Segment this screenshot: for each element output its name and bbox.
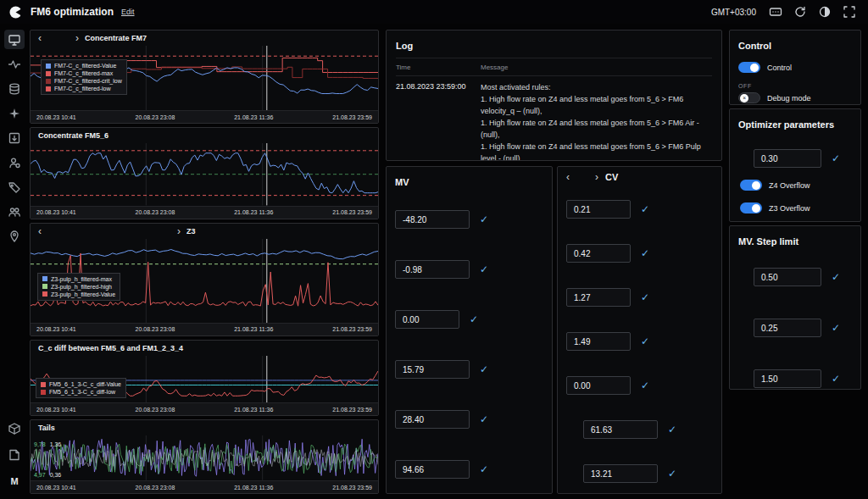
z4-overflow-toggle[interactable] [740, 180, 762, 191]
legend-item[interactable]: FM5_6_1_3-C_c_diff-low [41, 389, 121, 395]
topbar: FM6 optimization Edit GMT+03:00 [0, 0, 868, 24]
legend-item[interactable]: FM7-C_c_filtered-low [46, 86, 122, 91]
optimizer-parameters-panel: Optimizer parameters 0.30✓ Z4 Overflow Z… [729, 108, 861, 222]
apply-check-button[interactable]: ✓ [480, 463, 488, 475]
step-limit-field-row: 0.50✓ [754, 258, 852, 286]
legend-item[interactable]: FM7-C_c_filtered-max [46, 70, 122, 76]
database-icon[interactable] [4, 79, 25, 98]
x-axis: 20.08.23 10:4120.08.23 23:0821.08.23 11:… [31, 206, 378, 219]
cv-value-input[interactable]: 0.00 [566, 376, 631, 395]
step-limit-input[interactable]: 1.50 [754, 369, 821, 388]
apply-check-button[interactable]: ✓ [470, 313, 478, 325]
user-initial-badge[interactable]: M [4, 471, 25, 491]
cv-field-row: 13.21✓ [583, 455, 713, 483]
apply-check-button[interactable]: ✓ [668, 424, 676, 435]
cv-value-input[interactable]: 13.21 [583, 464, 658, 483]
chart-canvas[interactable]: FM7-C_c_filtered-Value FM7-C_c_filtered-… [31, 46, 378, 110]
apply-check-button[interactable]: ✓ [641, 380, 649, 391]
z3-overflow-toggle[interactable] [740, 202, 762, 213]
y-axis-labels-bottom: 4,97 0,36 [34, 472, 61, 478]
legend-swatch [46, 86, 51, 91]
main-content: ‹ › Concentrate FM7 FM7-C_c_filtered-Val… [30, 30, 861, 494]
chart-next-button[interactable]: › [72, 33, 82, 43]
control-title: Control [738, 41, 771, 51]
mv-value-input[interactable]: 94.66 [395, 460, 470, 479]
chart-header: C_c diff between FM5_6 and FM1_2_3_4 [31, 341, 378, 356]
control-toggle[interactable] [738, 62, 760, 73]
cv-field-row: 0.00✓ [566, 367, 713, 395]
sparkle-icon[interactable] [4, 103, 25, 123]
docs-icon[interactable] [4, 445, 25, 464]
chart-prev-button[interactable]: ‹ [35, 226, 45, 236]
activity-icon[interactable] [4, 54, 25, 74]
step-limit-input[interactable]: 0.25 [754, 319, 821, 337]
step-limit-input[interactable]: 0.50 [754, 268, 821, 286]
chart-prev-button[interactable]: ‹ [35, 33, 45, 43]
cv-prev-button[interactable]: ‹ [563, 172, 573, 182]
apply-check-button[interactable]: ✓ [480, 263, 488, 275]
chart-canvas[interactable]: 9,78 1,36 4,97 0,36 [31, 435, 378, 480]
step-limit-title: MV. Step limit [738, 236, 798, 247]
apply-check-button[interactable]: ✓ [832, 152, 840, 164]
legend-item[interactable]: FM7-C_c_filtered-Value [46, 63, 122, 69]
z4-overflow-row: Z4 Overflow [740, 180, 852, 191]
page-title: FM6 optimization [31, 6, 114, 18]
apply-check-button[interactable]: ✓ [480, 213, 488, 225]
debug-toggle-row: × Debug mode [738, 92, 852, 103]
apply-check-button[interactable]: ✓ [480, 413, 488, 425]
x-axis: 20.08.23 10:4120.08.23 23:0821.08.23 11:… [31, 402, 378, 415]
apply-check-button[interactable]: ✓ [832, 322, 840, 334]
cv-field-row: 1.27✓ [566, 279, 713, 307]
log-panel[interactable]: Log Time Message 21.08.2023 23:59:00 Mos… [386, 30, 722, 161]
legend-item[interactable]: Z3-pulp_h_filtered-high [42, 284, 115, 290]
apply-check-button[interactable]: ✓ [641, 291, 649, 303]
chart-legend: Z3-pulp_h_filtered-max Z3-pulp_h_filtere… [37, 273, 120, 301]
apply-check-button[interactable]: ✓ [641, 247, 649, 259]
cv-value-input[interactable]: 61.63 [583, 420, 658, 439]
mv-value-input[interactable]: 0.00 [395, 310, 459, 329]
chart-canvas[interactable] [31, 143, 378, 205]
apply-check-button[interactable]: ✓ [641, 335, 649, 347]
chart-canvas[interactable]: FM5_6_1_3-C_c_diff-Value FM5_6_1_3-C_c_d… [31, 356, 378, 403]
debug-mode-toggle[interactable]: × [738, 92, 760, 103]
chart-canvas[interactable]: Z3-pulp_h_filtered-max Z3-pulp_h_filtere… [31, 239, 378, 323]
mv-value-input[interactable]: 15.79 [395, 360, 470, 379]
dashboard-icon[interactable] [4, 30, 25, 49]
cv-value-input[interactable]: 1.49 [566, 332, 631, 351]
chart-next-button[interactable]: › [174, 226, 184, 236]
optimizer-value-input[interactable]: 0.30 [754, 149, 821, 168]
legend-item[interactable]: Z3-pulp_h_filtered-Value [42, 291, 115, 297]
chart-header: Tails [31, 420, 378, 435]
logo-icon[interactable] [8, 5, 23, 19]
cv-next-button[interactable]: › [592, 172, 602, 182]
legend-item[interactable]: Z3-pulp_h_filtered-max [42, 276, 115, 282]
cv-value-input[interactable]: 0.21 [566, 200, 631, 219]
user-settings-icon[interactable] [4, 152, 25, 172]
cv-value-input[interactable]: 1.27 [566, 288, 631, 307]
fullscreen-icon[interactable] [841, 3, 858, 20]
tag-icon[interactable] [4, 177, 25, 197]
contrast-icon[interactable] [816, 3, 833, 20]
package-icon[interactable] [4, 419, 25, 438]
panel-grid-icon[interactable] [767, 3, 784, 20]
mv-value-input[interactable]: -48.20 [395, 210, 470, 229]
apply-check-button[interactable]: ✓ [832, 271, 840, 283]
apply-check-button[interactable]: ✓ [641, 203, 649, 215]
location-pin-icon[interactable] [4, 226, 25, 246]
refresh-icon[interactable] [792, 3, 809, 20]
users-icon[interactable] [4, 202, 25, 221]
rail-bottom: M [4, 419, 25, 491]
mv-value-input[interactable]: 28.40 [395, 410, 470, 429]
export-icon[interactable] [4, 128, 25, 147]
chart-header: ‹ › Z3 [31, 224, 378, 239]
legend-item[interactable]: FM5_6_1_3-C_c_diff-Value [41, 381, 121, 387]
edit-link[interactable]: Edit [121, 8, 135, 16]
cv-value-input[interactable]: 0.42 [566, 244, 631, 263]
apply-check-button[interactable]: ✓ [832, 373, 840, 385]
mv-field-row: 0.00✓ [395, 301, 543, 329]
apply-check-button[interactable]: ✓ [668, 468, 676, 480]
mv-value-input[interactable]: -0.98 [395, 260, 470, 279]
apply-check-button[interactable]: ✓ [480, 363, 488, 375]
cv-panel: ‹ › CV 0.21✓ 0.42✓ 1.27✓ [557, 166, 722, 494]
legend-item[interactable]: FM7-C_c_filtered-crit_low [46, 78, 122, 84]
